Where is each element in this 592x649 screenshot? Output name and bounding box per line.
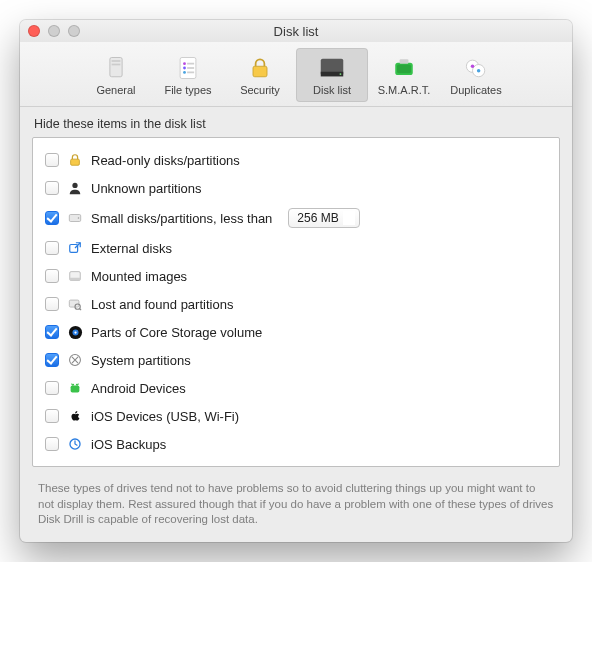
tab-smart[interactable]: S.M.A.R.T. bbox=[368, 48, 440, 102]
small-size-select[interactable]: 256 MB bbox=[288, 208, 359, 228]
window-controls bbox=[28, 25, 80, 37]
svg-point-24 bbox=[78, 217, 80, 219]
titlebar: Disk list bbox=[20, 20, 572, 42]
hide-label-small: Small disks/partitions, less than bbox=[91, 211, 272, 226]
hide-row-mounted: Mounted images bbox=[43, 262, 549, 290]
system-icon bbox=[67, 352, 83, 368]
svg-rect-8 bbox=[187, 67, 194, 69]
hide-label-mounted: Mounted images bbox=[91, 269, 187, 284]
hide-checkbox-unknown[interactable] bbox=[45, 181, 59, 195]
hide-label-lostfound: Lost and found partitions bbox=[91, 297, 233, 312]
apple-icon bbox=[67, 408, 83, 424]
disk-small-icon bbox=[67, 210, 83, 226]
hide-checkbox-system[interactable] bbox=[45, 353, 59, 367]
corestorage-icon bbox=[67, 324, 83, 340]
smart-icon bbox=[388, 52, 420, 84]
svg-rect-25 bbox=[70, 245, 78, 253]
svg-rect-1 bbox=[112, 60, 121, 62]
window-title: Disk list bbox=[20, 24, 572, 39]
tab-label: General bbox=[96, 84, 135, 96]
tab-label: Disk list bbox=[313, 84, 351, 96]
hide-row-unknown: Unknown partitions bbox=[43, 174, 549, 202]
svg-point-4 bbox=[183, 62, 186, 65]
svg-point-5 bbox=[183, 67, 186, 70]
hide-checkbox-corestorage[interactable] bbox=[45, 325, 59, 339]
tab-file-types[interactable]: File types bbox=[152, 48, 224, 102]
svg-rect-27 bbox=[70, 278, 81, 281]
tab-disk-list[interactable]: Disk list bbox=[296, 48, 368, 102]
svg-point-32 bbox=[74, 331, 76, 333]
hide-label-corestorage: Parts of Core Storage volume bbox=[91, 325, 262, 340]
tab-label: Duplicates bbox=[450, 84, 501, 96]
svg-rect-9 bbox=[187, 72, 194, 74]
hide-label-system: System partitions bbox=[91, 353, 191, 368]
chevron-up-down-icon bbox=[346, 211, 354, 221]
zoom-window-button[interactable] bbox=[68, 25, 80, 37]
duplicates-icon bbox=[460, 52, 492, 84]
tab-label: S.M.A.R.T. bbox=[378, 84, 431, 96]
svg-rect-15 bbox=[397, 65, 411, 74]
svg-point-22 bbox=[72, 183, 77, 188]
disk-list-icon bbox=[316, 52, 348, 84]
hide-checkbox-android[interactable] bbox=[45, 381, 59, 395]
general-icon bbox=[100, 52, 132, 84]
hide-row-lostfound: Lost and found partitions bbox=[43, 290, 549, 318]
hide-items-panel: Read-only disks/partitionsUnknown partit… bbox=[32, 137, 560, 467]
hide-row-small: Small disks/partitions, less than256 MB bbox=[43, 202, 549, 234]
hide-row-corestorage: Parts of Core Storage volume bbox=[43, 318, 549, 346]
footer-note: These types of drives tend not to have p… bbox=[20, 475, 572, 542]
hide-label-readonly: Read-only disks/partitions bbox=[91, 153, 240, 168]
svg-point-13 bbox=[340, 73, 342, 75]
hide-row-android: Android Devices bbox=[43, 374, 549, 402]
svg-point-19 bbox=[471, 65, 475, 69]
hide-row-system: System partitions bbox=[43, 346, 549, 374]
hide-row-external: External disks bbox=[43, 234, 549, 262]
hide-checkbox-readonly[interactable] bbox=[45, 153, 59, 167]
svg-point-6 bbox=[183, 71, 186, 74]
section-label: Hide these items in the disk list bbox=[20, 107, 572, 137]
minimize-window-button[interactable] bbox=[48, 25, 60, 37]
svg-rect-2 bbox=[112, 64, 121, 66]
clock-icon bbox=[67, 436, 83, 452]
svg-rect-16 bbox=[400, 59, 409, 63]
hide-label-iosbackup: iOS Backups bbox=[91, 437, 166, 452]
hide-checkbox-small[interactable] bbox=[45, 211, 59, 225]
external-icon bbox=[67, 240, 83, 256]
security-icon bbox=[244, 52, 276, 84]
hide-checkbox-mounted[interactable] bbox=[45, 269, 59, 283]
hide-row-ios: iOS Devices (USB, Wi-Fi) bbox=[43, 402, 549, 430]
file-types-icon bbox=[172, 52, 204, 84]
android-icon bbox=[67, 380, 83, 396]
svg-rect-7 bbox=[187, 63, 194, 65]
svg-point-20 bbox=[477, 69, 481, 73]
tab-duplicates[interactable]: Duplicates bbox=[440, 48, 512, 102]
hide-label-android: Android Devices bbox=[91, 381, 186, 396]
search-disk-icon bbox=[67, 296, 83, 312]
tab-security[interactable]: Security bbox=[224, 48, 296, 102]
hide-row-readonly: Read-only disks/partitions bbox=[43, 146, 549, 174]
svg-rect-10 bbox=[253, 66, 267, 77]
preferences-window: Disk list GeneralFile typesSecurityDisk … bbox=[20, 20, 572, 542]
tab-label: File types bbox=[164, 84, 211, 96]
small-size-select-value: 256 MB bbox=[297, 211, 338, 225]
hide-checkbox-external[interactable] bbox=[45, 241, 59, 255]
hide-checkbox-lostfound[interactable] bbox=[45, 297, 59, 311]
tab-general[interactable]: General bbox=[80, 48, 152, 102]
svg-rect-34 bbox=[71, 385, 80, 392]
hide-row-iosbackup: iOS Backups bbox=[43, 430, 549, 458]
hide-checkbox-iosbackup[interactable] bbox=[45, 437, 59, 451]
image-disk-icon bbox=[67, 268, 83, 284]
close-window-button[interactable] bbox=[28, 25, 40, 37]
hide-checkbox-ios[interactable] bbox=[45, 409, 59, 423]
person-icon bbox=[67, 180, 83, 196]
hide-label-unknown: Unknown partitions bbox=[91, 181, 202, 196]
toolbar: GeneralFile typesSecurityDisk listS.M.A.… bbox=[20, 42, 572, 107]
lock-icon bbox=[67, 152, 83, 168]
hide-label-ios: iOS Devices (USB, Wi-Fi) bbox=[91, 409, 239, 424]
svg-rect-21 bbox=[71, 159, 80, 165]
hide-label-external: External disks bbox=[91, 241, 172, 256]
tab-label: Security bbox=[240, 84, 280, 96]
